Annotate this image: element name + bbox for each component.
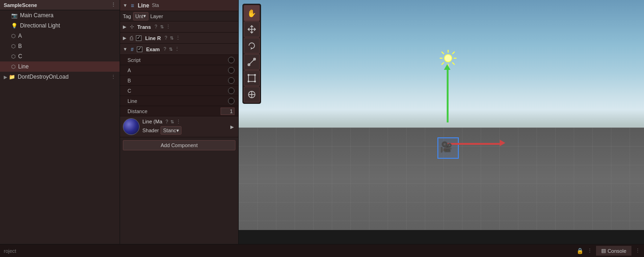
hierarchy-label-main-camera: Main Camera — [20, 12, 54, 19]
tag-dropdown[interactable]: Unt▾ — [133, 12, 148, 20]
distance-value[interactable]: 1 — [221, 108, 235, 115]
c-field-row: C — [120, 86, 238, 96]
hierarchy-item-line[interactable]: ⬡ Line — [0, 61, 120, 72]
line-circle-icon[interactable] — [228, 98, 235, 104]
line-renderer-menu-icon[interactable]: ⋮ — [175, 35, 181, 41]
transform-toggle[interactable]: ▶ — [123, 24, 127, 29]
example-toggle[interactable]: ▼ — [123, 47, 127, 52]
material-name-row: Line (Ma ? ⇅ ⋮ — [142, 119, 228, 125]
material-preview-sphere — [123, 118, 140, 135]
hand-tool-button[interactable]: ✋ — [244, 5, 260, 21]
material-row: Line (Ma ? ⇅ ⋮ Shader Stanc▾ ▶ — [120, 116, 238, 137]
svg-point-16 — [254, 74, 256, 76]
script-label: Script — [127, 57, 228, 63]
line-renderer-settings-icon[interactable]: ⇅ — [170, 35, 174, 41]
b-circle-icon[interactable] — [228, 77, 235, 84]
transform-pos-icon: ⊹ — [130, 24, 134, 30]
hierarchy-label-dont-destroy: DontDestroyOnLoad — [18, 74, 68, 80]
distance-label: Distance — [127, 108, 221, 114]
material-help-icon[interactable]: ? — [166, 119, 168, 124]
line-renderer-checkbox[interactable] — [136, 35, 141, 41]
c-field-value — [228, 88, 235, 94]
line-renderer-row: ▶ ⎙ Line R ? ⇅ ⋮ — [120, 33, 238, 44]
hierarchy-menu-button[interactable]: ⋮ — [111, 2, 116, 8]
sky-background — [239, 0, 644, 146]
a-field-row: A — [120, 65, 238, 75]
shader-dropdown[interactable]: Stanc▾ — [161, 126, 181, 135]
camera-icon: 📷 — [11, 13, 18, 19]
hierarchy-item-b[interactable]: ⬡ B — [0, 41, 120, 51]
example-label: Exam — [146, 47, 160, 52]
add-component-label: Add Component — [161, 142, 198, 148]
distance-field-row: Distance 1 — [120, 106, 238, 116]
b-field-row: B — [120, 75, 238, 86]
script-circle-icon[interactable] — [228, 57, 235, 63]
material-settings-icon[interactable]: ⇅ — [170, 119, 174, 124]
scene-view: 🎥 ✋ — [239, 0, 644, 244]
distance-field-value: 1 — [221, 108, 235, 115]
hierarchy-item-a[interactable]: ⬡ A — [0, 31, 120, 41]
transform-tool-button[interactable] — [244, 87, 260, 102]
add-component-button[interactable]: Add Component — [123, 140, 235, 150]
material-info: Line (Ma ? ⇅ ⋮ Shader Stanc▾ — [142, 119, 228, 135]
a-circle-icon[interactable] — [228, 67, 235, 74]
svg-point-18 — [254, 81, 256, 82]
line-renderer-toggle[interactable]: ▶ — [123, 35, 127, 41]
hierarchy-label-b: B — [18, 43, 22, 49]
svg-line-6 — [452, 62, 455, 65]
material-expand-row: ▶ — [230, 124, 235, 129]
transform-menu-icon[interactable]: ⋮ — [166, 24, 171, 30]
hierarchy-item-main-camera[interactable]: 📷 Main Camera — [0, 10, 120, 20]
hierarchy-item-dont-destroy[interactable]: ▶ 📁 DontDestroyOnLoad ⋮ — [0, 72, 120, 82]
hash-icon: # — [131, 47, 134, 52]
material-menu-icon[interactable]: ⋮ — [176, 119, 181, 124]
scale-tool-button[interactable] — [244, 54, 260, 70]
transform-label: Trans — [137, 24, 151, 30]
line-field-value — [228, 98, 235, 104]
shader-value: Stanc — [163, 128, 176, 133]
example-settings-icon[interactable]: ⇅ — [169, 47, 173, 52]
gameobject-icon-a: ⬡ — [11, 33, 16, 39]
expand-arrow-dont-destroy[interactable]: ▶ — [4, 74, 7, 80]
move-tool-button[interactable] — [244, 21, 260, 37]
dont-destroy-menu[interactable]: ⋮ — [111, 74, 116, 80]
transform-help-icon[interactable]: ? — [154, 24, 157, 29]
hierarchy-header: SampleScene ⋮ — [0, 0, 120, 10]
lock-icon[interactable]: 🔒 — [577, 248, 584, 254]
scene-icon-dont-destroy: 📁 — [9, 74, 15, 80]
example-help-icon[interactable]: ? — [163, 47, 166, 52]
line-renderer-help-icon[interactable]: ? — [165, 35, 168, 41]
c-label: C — [127, 88, 228, 94]
statusbar-dots-right[interactable]: ⋮ — [635, 248, 640, 254]
example-menu-icon[interactable]: ⋮ — [174, 46, 180, 52]
material-name-label: Line (Ma — [142, 119, 162, 124]
rect-tool-button[interactable] — [244, 70, 260, 86]
hierarchy-item-c[interactable]: ⬡ C — [0, 51, 120, 61]
console-tab[interactable]: ▤ Console — [596, 246, 631, 256]
scene-toolbar: ✋ — [242, 4, 261, 104]
c-circle-icon[interactable] — [228, 88, 235, 94]
rotate-tool-button[interactable] — [244, 38, 260, 54]
material-expand-toggle[interactable]: ▶ — [230, 124, 234, 129]
example-checkbox[interactable] — [137, 47, 142, 52]
console-icon: ▤ — [601, 248, 606, 254]
inspector-line-label: Line — [138, 2, 149, 9]
statusbar-dots-left[interactable]: ⋮ — [587, 248, 592, 254]
script-field-row: Script — [120, 55, 238, 65]
tag-label: Tag — [123, 14, 131, 19]
gameobject-icon-line: ⬡ — [11, 64, 16, 70]
transform-settings-icon[interactable]: ⇅ — [160, 24, 164, 29]
line-status-label: Sta — [152, 3, 159, 8]
red-arrow-head — [500, 140, 505, 146]
gameobject-icon-b: ⬡ — [11, 43, 16, 49]
tag-layer-row: Tag Unt▾ Layer — [120, 11, 238, 21]
green-arrow-head — [444, 64, 450, 70]
hierarchy-panel: SampleScene ⋮ 📷 Main Camera 💡 Directiona… — [0, 0, 120, 244]
svg-point-15 — [248, 74, 249, 76]
a-label: A — [127, 68, 228, 73]
inspector-scroll[interactable]: ▼ ≡ Line Sta Tag Unt▾ Layer ▶ ⊹ Trans ? … — [120, 0, 238, 244]
shader-row: Shader Stanc▾ — [142, 126, 228, 135]
hierarchy-item-directional-light[interactable]: 💡 Directional Light — [0, 20, 120, 31]
gameobject-icon-c: ⬡ — [11, 54, 16, 60]
object-collapse-toggle[interactable]: ▼ — [123, 3, 127, 8]
